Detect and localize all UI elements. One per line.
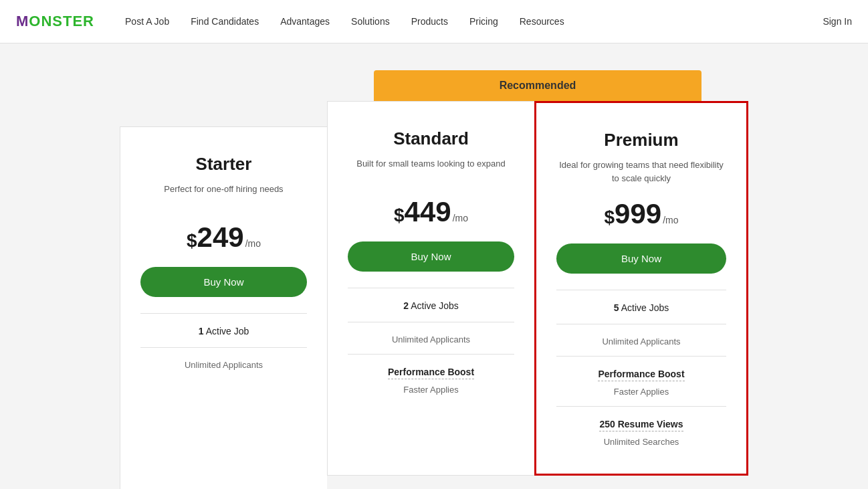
pricing-cards: Starter Perfect for one-off hiring needs…: [120, 101, 748, 489]
starter-jobs-count: 1 Active Job: [140, 326, 307, 336]
premium-resume-feature: 250 Resume Views Unlimited Searches: [556, 406, 726, 456]
sign-in-button[interactable]: Sign In: [823, 16, 852, 27]
standard-applicants-feature: Unlimited Applicants: [348, 322, 514, 354]
logo-m: M: [16, 13, 29, 29]
starter-jobs-feature: 1 Active Job: [140, 313, 307, 347]
standard-buy-button[interactable]: Buy Now: [348, 241, 514, 272]
premium-plan-card: Premium Ideal for growing teams that nee…: [534, 101, 748, 476]
premium-boost-sub: Faster Applies: [556, 387, 726, 397]
standard-plan-card: Standard Built for small teams looking t…: [327, 101, 534, 476]
nav-solutions[interactable]: Solutions: [342, 11, 399, 32]
standard-boost-title: Performance Boost: [348, 367, 514, 379]
logo[interactable]: MONSTER: [16, 13, 94, 30]
starter-buy-button[interactable]: Buy Now: [140, 267, 307, 297]
premium-currency: $: [605, 207, 615, 228]
standard-jobs-count: 2 Active Jobs: [348, 300, 514, 311]
standard-applicants-label: Unlimited Applicants: [348, 334, 514, 345]
nav-pricing[interactable]: Pricing: [460, 11, 508, 32]
standard-amount: 449: [405, 196, 451, 228]
starter-currency: $: [187, 230, 197, 252]
nav-post-a-job[interactable]: Post A Job: [116, 11, 179, 32]
premium-resume-title: 250 Resume Views: [556, 419, 726, 431]
starter-title: Starter: [196, 154, 252, 175]
nav-advantages[interactable]: Advantages: [271, 11, 339, 32]
standard-period: /mo: [453, 213, 468, 223]
premium-resume-sub: Unlimited Searches: [556, 437, 726, 447]
premium-features: 5 Active Jobs Unlimited Applicants Perfo…: [556, 290, 726, 456]
premium-buy-button[interactable]: Buy Now: [556, 243, 726, 274]
premium-boost-title: Performance Boost: [556, 369, 726, 381]
starter-features: 1 Active Job Unlimited Applicants: [140, 313, 307, 379]
starter-applicants-label: Unlimited Applicants: [140, 360, 307, 370]
premium-jobs-feature: 5 Active Jobs: [556, 290, 726, 324]
standard-price: $449/mo: [394, 196, 468, 228]
standard-jobs-feature: 2 Active Jobs: [348, 288, 514, 322]
premium-applicants-label: Unlimited Applicants: [556, 336, 726, 347]
standard-currency: $: [394, 205, 405, 226]
premium-applicants-feature: Unlimited Applicants: [556, 324, 726, 356]
starter-plan-card: Starter Perfect for one-off hiring needs…: [120, 126, 327, 489]
premium-amount: 999: [615, 198, 661, 230]
nav-find-candidates[interactable]: Find Candidates: [181, 11, 268, 32]
standard-boost-feature: Performance Boost Faster Applies: [348, 354, 514, 404]
recommended-banner: Recommended: [374, 70, 701, 101]
premium-period: /mo: [663, 215, 678, 225]
starter-description: Perfect for one-off hiring needs: [164, 183, 283, 208]
main-content: Recommended Starter Perfect for one-off …: [0, 43, 868, 489]
nav-resources[interactable]: Resources: [510, 11, 574, 32]
header: MONSTER Post A Job Find Candidates Advan…: [0, 0, 868, 43]
premium-description: Ideal for growing teams that need flexib…: [556, 159, 726, 185]
starter-applicants-feature: Unlimited Applicants: [140, 347, 307, 379]
standard-description: Built for small teams looking to expand: [356, 157, 506, 183]
nav-products[interactable]: Products: [402, 11, 457, 32]
premium-boost-feature: Performance Boost Faster Applies: [556, 356, 726, 406]
premium-jobs-count: 5 Active Jobs: [556, 302, 726, 313]
standard-features: 2 Active Jobs Unlimited Applicants Perfo…: [348, 288, 514, 404]
standard-boost-sub: Faster Applies: [348, 385, 514, 395]
starter-price: $249/mo: [187, 221, 261, 254]
premium-price: $999/mo: [605, 198, 679, 230]
starter-amount: 249: [197, 221, 244, 254]
standard-title: Standard: [393, 128, 469, 149]
starter-period: /mo: [245, 238, 261, 249]
logo-rest: ONSTER: [29, 13, 94, 29]
nav: Post A Job Find Candidates Advantages So…: [116, 11, 823, 32]
premium-title: Premium: [604, 130, 678, 151]
